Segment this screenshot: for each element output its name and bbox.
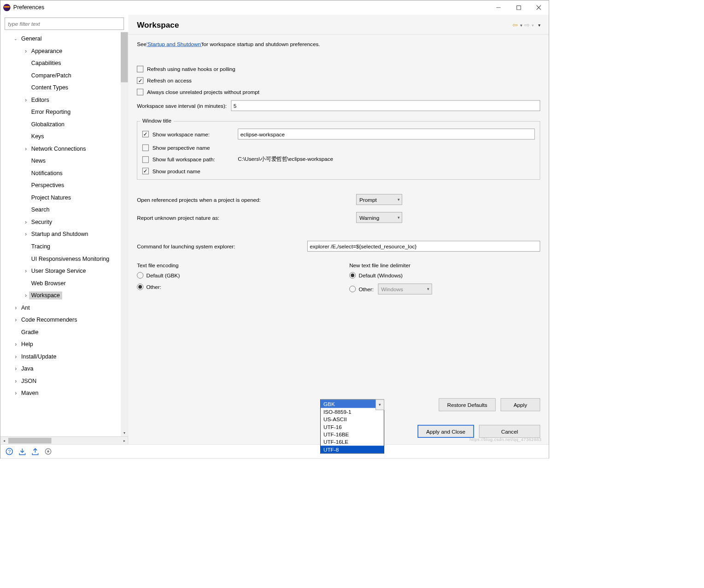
tree-node[interactable]: News: [0, 155, 121, 167]
tree-label[interactable]: Web Browser: [29, 279, 68, 287]
tree-node[interactable]: ⌄General: [0, 33, 121, 45]
chevron-right-icon[interactable]: ›: [13, 365, 18, 372]
tree-label[interactable]: Content Types: [29, 84, 70, 92]
tree-label[interactable]: Help: [19, 341, 35, 348]
show-product-checkbox[interactable]: [142, 168, 149, 174]
tree-label[interactable]: Gradle: [19, 328, 41, 336]
close-button[interactable]: [528, 0, 549, 15]
tree-label[interactable]: Search: [29, 206, 52, 214]
tree-node[interactable]: ›Editors: [0, 94, 121, 106]
tree-label[interactable]: General: [19, 35, 44, 43]
back-arrow-icon[interactable]: ⇦: [512, 21, 518, 29]
delimiter-other-select[interactable]: Windows: [378, 283, 432, 294]
tree-label[interactable]: Notifications: [29, 169, 65, 177]
tree-label[interactable]: Startup and Shutdown: [29, 230, 90, 238]
help-icon[interactable]: ?: [5, 447, 14, 456]
tree-label[interactable]: Project Natures: [29, 194, 73, 201]
encoding-dropdown[interactable]: GBK ▾ ISO-8859-1US-ASCIIUTF-16UTF-16BEUT…: [320, 400, 384, 454]
chevron-right-icon[interactable]: ›: [23, 219, 29, 225]
tree-label[interactable]: Ant: [19, 304, 32, 312]
delimiter-other-radio[interactable]: [349, 286, 356, 292]
horizontal-scrollbar[interactable]: ◂ ▸: [0, 436, 129, 444]
back-menu-icon[interactable]: ▾: [520, 23, 522, 28]
tree-node[interactable]: ›Appearance: [0, 45, 121, 58]
tree-node[interactable]: ›User Storage Service: [0, 265, 121, 277]
encoding-other-radio[interactable]: [137, 283, 143, 290]
chevron-right-icon[interactable]: ›: [13, 378, 18, 384]
tree-label[interactable]: Tracing: [29, 243, 53, 251]
tree-node[interactable]: Keys: [0, 130, 121, 143]
tree-node[interactable]: Globalization: [0, 118, 121, 131]
encoding-option[interactable]: US-ASCII: [321, 416, 384, 423]
encoding-dropdown-selected[interactable]: GBK: [321, 400, 384, 408]
encoding-option[interactable]: UTF-8: [321, 446, 384, 453]
apply-and-close-button[interactable]: Apply and Close: [417, 425, 474, 438]
tree-label[interactable]: Workspace: [29, 292, 62, 300]
startup-shutdown-link[interactable]: 'Startup and Shutdown': [147, 41, 202, 47]
forward-menu-icon[interactable]: ▾: [532, 23, 534, 28]
chevron-right-icon[interactable]: ›: [23, 146, 29, 152]
encoding-option[interactable]: UTF-16BE: [321, 430, 384, 438]
tree-label[interactable]: Perspectives: [29, 182, 66, 189]
encoding-option[interactable]: UTF-16LE: [321, 438, 384, 446]
tree-node[interactable]: ›Maven: [0, 387, 121, 400]
show-ws-name-checkbox[interactable]: [142, 131, 149, 137]
forward-arrow-icon[interactable]: ⇨: [524, 21, 530, 29]
tree-node[interactable]: Tracing: [0, 241, 121, 253]
chevron-right-icon[interactable]: ›: [13, 317, 18, 323]
tree-label[interactable]: UI Responsiveness Monitoring: [29, 255, 111, 263]
tree-node[interactable]: ›JSON: [0, 375, 121, 388]
tree-node[interactable]: Compare/Patch: [0, 70, 121, 82]
tree-label[interactable]: Compare/Patch: [29, 71, 73, 79]
encoding-option[interactable]: ISO-8859-1: [321, 408, 384, 415]
tree-node[interactable]: Search: [0, 204, 121, 216]
tree-label[interactable]: News: [29, 157, 48, 165]
oomph-icon[interactable]: [43, 447, 53, 456]
tree-node[interactable]: ›Help: [0, 338, 121, 351]
chevron-right-icon[interactable]: ›: [23, 97, 29, 103]
refresh-native-checkbox[interactable]: [137, 66, 143, 72]
chevron-right-icon[interactable]: ›: [13, 390, 18, 396]
tree-label[interactable]: Error Reporting: [29, 108, 73, 116]
scroll-down-icon[interactable]: ▾: [121, 429, 128, 436]
tree-node[interactable]: ›Ant: [0, 301, 121, 314]
chevron-down-icon[interactable]: ⌄: [13, 36, 18, 41]
cancel-button[interactable]: Cancel: [479, 425, 540, 438]
tree-label[interactable]: JSON: [19, 377, 39, 385]
tree-label[interactable]: Java: [19, 365, 35, 373]
chevron-right-icon[interactable]: ›: [23, 268, 29, 274]
tree-label[interactable]: Editors: [29, 96, 51, 104]
encoding-default-radio[interactable]: [137, 272, 143, 278]
minimize-button[interactable]: [488, 0, 509, 15]
chevron-down-icon[interactable]: ▾: [375, 400, 384, 410]
tree-label[interactable]: Code Recommenders: [19, 316, 79, 324]
save-interval-input[interactable]: [231, 100, 540, 111]
tree-node[interactable]: ›Code Recommenders: [0, 314, 121, 326]
scroll-thumb[interactable]: [121, 32, 128, 82]
chevron-right-icon[interactable]: ›: [13, 353, 18, 360]
report-nature-select[interactable]: Warning: [356, 212, 402, 223]
tree-node[interactable]: Error Reporting: [0, 106, 121, 118]
tree-node[interactable]: Notifications: [0, 167, 121, 180]
scroll-left-icon[interactable]: ◂: [0, 436, 8, 444]
scroll-right-icon[interactable]: ▸: [121, 436, 128, 444]
tree-node[interactable]: Content Types: [0, 82, 121, 94]
tree-node[interactable]: Project Natures: [0, 192, 121, 204]
tree-node[interactable]: ›Workspace: [0, 289, 121, 302]
view-menu-icon[interactable]: ▾: [538, 23, 540, 28]
tree-node[interactable]: Capabilities: [0, 57, 121, 70]
tree-node[interactable]: ›Network Connections: [0, 143, 121, 155]
chevron-right-icon[interactable]: ›: [13, 341, 18, 347]
tree-node[interactable]: Web Browser: [0, 277, 121, 289]
apply-button[interactable]: Apply: [501, 398, 540, 411]
refresh-access-checkbox[interactable]: [137, 77, 143, 84]
cmd-explorer-input[interactable]: [307, 241, 540, 252]
hscroll-thumb[interactable]: [8, 438, 52, 443]
chevron-right-icon[interactable]: ›: [23, 48, 29, 54]
tree-node[interactable]: ›Startup and Shutdown: [0, 228, 121, 241]
tree-node[interactable]: Perspectives: [0, 179, 121, 192]
tree-label[interactable]: Maven: [19, 389, 41, 397]
tree-label[interactable]: Globalization: [29, 120, 67, 128]
tree-node[interactable]: ›Install/Update: [0, 351, 121, 363]
close-unrelated-checkbox[interactable]: [137, 89, 143, 95]
